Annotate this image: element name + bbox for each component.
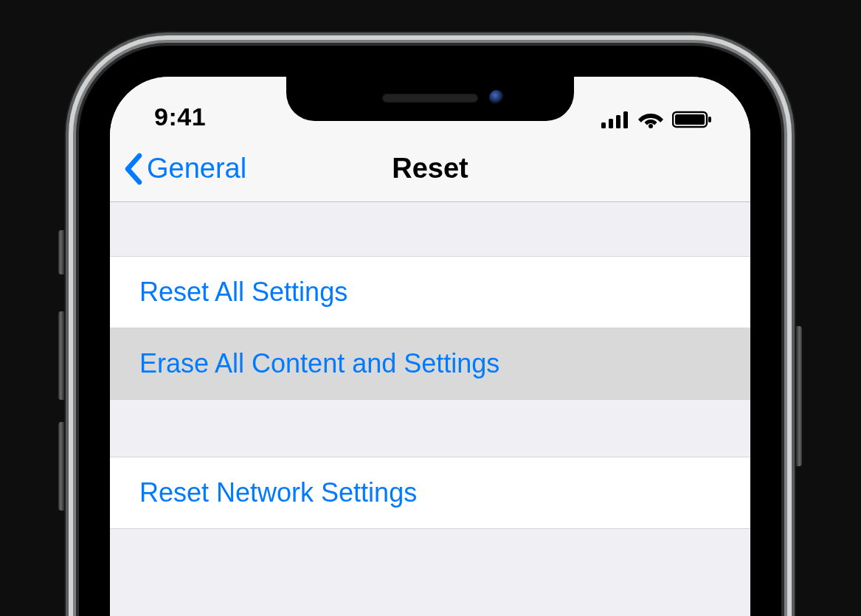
navigation-bar: General Reset: [110, 136, 750, 202]
status-indicators: [601, 111, 713, 131]
svg-rect-6: [675, 114, 705, 125]
status-time: 9:41: [154, 103, 206, 131]
volume-down-button: [58, 422, 64, 511]
row-label: Reset All Settings: [139, 277, 347, 308]
reset-all-settings-row[interactable]: Reset All Settings: [110, 256, 750, 328]
section-spacer: [110, 202, 750, 257]
back-button-label: General: [147, 153, 246, 184]
erase-all-content-row[interactable]: Erase All Content and Settings: [110, 328, 750, 400]
back-button[interactable]: General: [110, 153, 246, 185]
cellular-signal-icon: [601, 111, 629, 128]
volume-up-button: [58, 311, 64, 400]
screen: 9:41: [110, 77, 750, 616]
svg-rect-2: [616, 115, 620, 128]
svg-rect-7: [708, 117, 711, 122]
front-camera: [489, 90, 504, 105]
mute-switch: [58, 230, 64, 274]
chevron-left-icon: [123, 153, 144, 185]
side-button: [796, 326, 802, 466]
svg-rect-0: [601, 122, 606, 128]
row-label: Erase All Content and Settings: [139, 348, 499, 379]
wifi-icon: [638, 111, 663, 128]
reset-network-settings-row[interactable]: Reset Network Settings: [110, 457, 750, 529]
svg-rect-1: [609, 119, 613, 128]
battery-icon: [672, 111, 713, 128]
notch: [286, 77, 574, 121]
speaker-grille: [382, 94, 478, 103]
section-spacer: [110, 400, 750, 457]
svg-point-4: [649, 124, 653, 128]
row-label: Reset Network Settings: [139, 477, 417, 508]
svg-rect-3: [623, 111, 628, 128]
phone-frame: 9:41: [79, 46, 781, 616]
